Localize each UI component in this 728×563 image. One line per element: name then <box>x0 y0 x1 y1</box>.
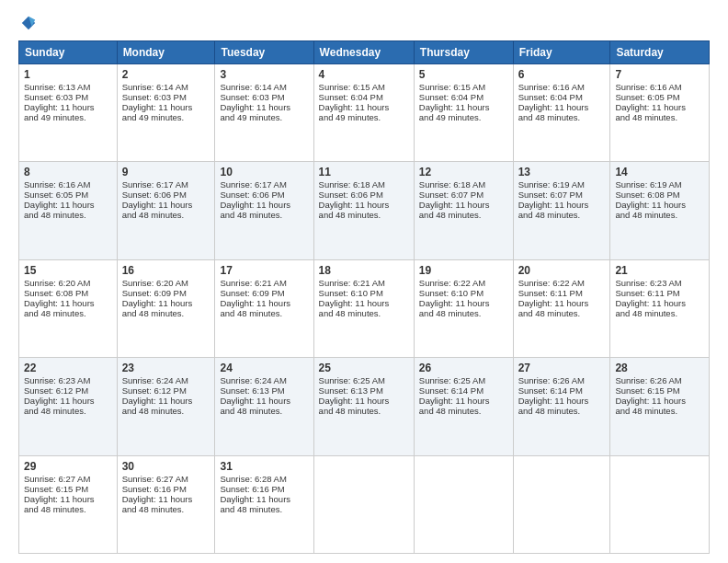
daylight-line2: and 48 minutes. <box>518 210 581 220</box>
daylight-line1: Daylight: 11 hours <box>518 102 589 112</box>
calendar-cell: 17Sunrise: 6:21 AMSunset: 6:09 PMDayligh… <box>215 259 313 357</box>
daylight-line2: and 48 minutes. <box>615 210 677 220</box>
calendar-cell: 31Sunrise: 6:28 AMSunset: 6:16 PMDayligh… <box>215 455 313 553</box>
daylight-line2: and 48 minutes. <box>220 406 282 416</box>
calendar-cell: 13Sunrise: 6:19 AMSunset: 6:07 PMDayligh… <box>513 162 610 259</box>
daylight-line1: Daylight: 11 hours <box>24 200 95 210</box>
daylight-line1: Daylight: 11 hours <box>419 200 490 210</box>
header-day: Wednesday <box>313 41 414 64</box>
calendar-cell: 1Sunrise: 6:13 AMSunset: 6:03 PMDaylight… <box>19 64 118 162</box>
sunrise-line: Sunrise: 6:22 AM <box>419 278 485 288</box>
daylight-line2: and 49 minutes. <box>419 112 482 122</box>
daylight-line2: and 48 minutes. <box>24 308 86 318</box>
sunset-line: Sunset: 6:09 PM <box>220 288 284 298</box>
calendar-cell: 25Sunrise: 6:25 AMSunset: 6:13 PMDayligh… <box>313 358 414 455</box>
day-number: 6 <box>518 68 606 81</box>
day-number: 7 <box>615 68 704 81</box>
daylight-line2: and 48 minutes. <box>24 210 86 220</box>
header-day: Saturday <box>610 41 710 64</box>
daylight-line1: Daylight: 11 hours <box>615 200 686 210</box>
sunrise-line: Sunrise: 6:20 AM <box>122 278 188 288</box>
daylight-line1: Daylight: 11 hours <box>24 102 95 112</box>
sunset-line: Sunset: 6:04 PM <box>419 92 483 102</box>
sunset-line: Sunset: 6:07 PM <box>518 190 583 200</box>
daylight-line2: and 48 minutes. <box>419 308 482 318</box>
daylight-line1: Daylight: 11 hours <box>24 494 95 504</box>
daylight-line2: and 48 minutes. <box>419 210 482 220</box>
daylight-line2: and 48 minutes. <box>122 210 185 220</box>
daylight-line2: and 48 minutes. <box>615 308 677 318</box>
daylight-line1: Daylight: 11 hours <box>518 200 589 210</box>
sunrise-line: Sunrise: 6:16 AM <box>24 179 90 190</box>
day-number: 28 <box>615 362 704 374</box>
daylight-line1: Daylight: 11 hours <box>122 102 193 112</box>
sunset-line: Sunset: 6:09 PM <box>122 288 187 298</box>
calendar-cell: 26Sunrise: 6:25 AMSunset: 6:14 PMDayligh… <box>414 358 513 455</box>
sunrise-line: Sunrise: 6:23 AM <box>24 375 90 385</box>
daylight-line1: Daylight: 11 hours <box>319 102 390 112</box>
calendar-cell: 23Sunrise: 6:24 AMSunset: 6:12 PMDayligh… <box>117 358 215 455</box>
day-number: 24 <box>220 362 308 374</box>
logo-icon <box>20 15 37 31</box>
daylight-line2: and 48 minutes. <box>24 406 86 416</box>
daylight-line2: and 48 minutes. <box>220 308 282 318</box>
sunset-line: Sunset: 6:10 PM <box>419 288 483 298</box>
sunrise-line: Sunrise: 6:16 AM <box>518 82 585 92</box>
calendar-cell: 18Sunrise: 6:21 AMSunset: 6:10 PMDayligh… <box>313 259 414 357</box>
calendar-cell: 15Sunrise: 6:20 AMSunset: 6:08 PMDayligh… <box>19 259 118 357</box>
day-number: 18 <box>319 264 409 277</box>
calendar-cell: 5Sunrise: 6:15 AMSunset: 6:04 PMDaylight… <box>414 64 513 162</box>
sunset-line: Sunset: 6:16 PM <box>122 484 187 494</box>
page: SundayMondayTuesdayWednesdayThursdayFrid… <box>0 0 728 563</box>
daylight-line1: Daylight: 11 hours <box>615 102 686 112</box>
sunrise-line: Sunrise: 6:18 AM <box>319 179 385 190</box>
sunset-line: Sunset: 6:14 PM <box>419 385 483 396</box>
day-number: 12 <box>419 166 508 178</box>
sunrise-line: Sunrise: 6:23 AM <box>615 278 681 288</box>
sunrise-line: Sunrise: 6:15 AM <box>319 82 385 92</box>
calendar-cell: 7Sunrise: 6:16 AMSunset: 6:05 PMDaylight… <box>610 64 710 162</box>
day-number: 1 <box>24 68 112 81</box>
calendar-table: SundayMondayTuesdayWednesdayThursdayFrid… <box>18 40 710 554</box>
calendar-cell: 21Sunrise: 6:23 AMSunset: 6:11 PMDayligh… <box>610 259 710 357</box>
daylight-line2: and 48 minutes. <box>220 504 282 514</box>
day-number: 30 <box>122 460 210 473</box>
daylight-line1: Daylight: 11 hours <box>419 298 490 308</box>
day-number: 15 <box>24 264 112 277</box>
sunrise-line: Sunrise: 6:21 AM <box>319 278 385 288</box>
daylight-line2: and 49 minutes. <box>319 112 381 122</box>
header-day: Thursday <box>414 41 513 64</box>
daylight-line1: Daylight: 11 hours <box>122 396 193 406</box>
calendar-cell: 2Sunrise: 6:14 AMSunset: 6:03 PMDaylight… <box>117 64 215 162</box>
daylight-line1: Daylight: 11 hours <box>518 396 589 406</box>
daylight-line2: and 48 minutes. <box>615 406 677 416</box>
daylight-line1: Daylight: 11 hours <box>24 298 95 308</box>
sunset-line: Sunset: 6:12 PM <box>122 385 187 396</box>
calendar-cell: 14Sunrise: 6:19 AMSunset: 6:08 PMDayligh… <box>610 162 710 259</box>
daylight-line2: and 48 minutes. <box>220 210 282 220</box>
calendar-cell: 8Sunrise: 6:16 AMSunset: 6:05 PMDaylight… <box>19 162 118 259</box>
logo <box>18 15 37 31</box>
daylight-line1: Daylight: 11 hours <box>220 102 290 112</box>
day-number: 9 <box>122 166 210 178</box>
daylight-line1: Daylight: 11 hours <box>319 298 390 308</box>
sunset-line: Sunset: 6:04 PM <box>518 92 583 102</box>
sunset-line: Sunset: 6:06 PM <box>319 190 383 200</box>
day-number: 5 <box>419 68 508 81</box>
calendar-cell: 11Sunrise: 6:18 AMSunset: 6:06 PMDayligh… <box>313 162 414 259</box>
calendar-cell: 12Sunrise: 6:18 AMSunset: 6:07 PMDayligh… <box>414 162 513 259</box>
daylight-line2: and 49 minutes. <box>122 112 185 122</box>
day-number: 31 <box>220 460 308 473</box>
sunrise-line: Sunrise: 6:25 AM <box>319 375 385 385</box>
sunset-line: Sunset: 6:13 PM <box>220 385 284 396</box>
day-number: 17 <box>220 264 308 277</box>
sunrise-line: Sunrise: 6:14 AM <box>220 82 286 92</box>
daylight-line1: Daylight: 11 hours <box>319 200 390 210</box>
sunset-line: Sunset: 6:06 PM <box>122 190 187 200</box>
sunrise-line: Sunrise: 6:27 AM <box>24 474 90 484</box>
sunset-line: Sunset: 6:08 PM <box>24 288 88 298</box>
calendar-cell <box>513 455 610 553</box>
daylight-line1: Daylight: 11 hours <box>518 298 589 308</box>
sunrise-line: Sunrise: 6:17 AM <box>220 179 286 190</box>
calendar-cell <box>313 455 414 553</box>
